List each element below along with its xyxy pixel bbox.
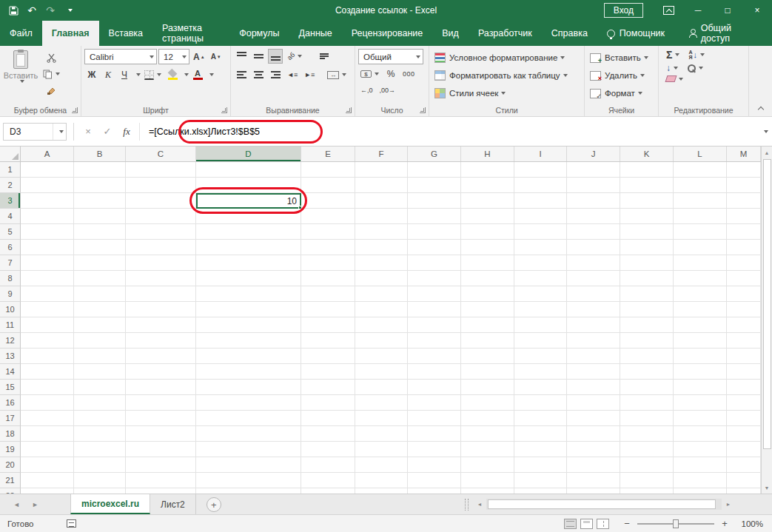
sheet-nav-left-icon[interactable]: ◄ [13,501,20,508]
cell-E3[interactable] [301,193,355,209]
cell-I6[interactable] [514,240,567,255]
cell-A10[interactable] [21,302,74,317]
cancel-formula-icon[interactable]: × [78,123,98,141]
cell-E8[interactable] [301,271,355,286]
cell-L8[interactable] [674,271,727,286]
cell-D8[interactable] [196,271,301,286]
formula-bar-expand-icon[interactable] [757,130,772,133]
row-header-17[interactable]: 17 [0,411,21,426]
cell-C20[interactable] [126,457,196,473]
row-header-18[interactable]: 18 [0,426,21,442]
cell-C22[interactable] [126,488,196,494]
row-header-11[interactable]: 11 [0,317,21,333]
cell-D19[interactable] [196,442,301,457]
insert-cells-button[interactable]: Вставить [588,49,655,67]
cell-M19[interactable] [727,442,761,457]
cell-I8[interactable] [514,271,567,286]
tab-Формулы[interactable]: Формулы [229,21,289,46]
tab-Вид[interactable]: Вид [432,21,469,46]
decrease-decimal-button[interactable] [377,83,398,98]
cell-D16[interactable] [196,395,301,411]
maximize-button[interactable]: □ [713,0,742,21]
cell-H21[interactable] [461,473,514,488]
cell-F15[interactable] [355,380,408,395]
row-header-2[interactable]: 2 [0,178,21,193]
format-as-table-button[interactable]: Форматировать как таблицу [432,67,581,84]
cell-I3[interactable] [514,193,567,209]
format-painter-button[interactable] [41,84,62,97]
fill-handle[interactable] [298,206,302,209]
cell-M1[interactable] [727,162,761,178]
cell-I16[interactable] [514,395,567,411]
cell-F20[interactable] [355,457,408,473]
cell-G1[interactable] [408,162,461,178]
name-box-dropdown-icon[interactable] [53,124,66,140]
cell-H2[interactable] [461,178,514,193]
cell-C9[interactable] [126,286,196,302]
cell-B10[interactable] [74,302,126,317]
cell-F21[interactable] [355,473,408,488]
cell-B20[interactable] [74,457,126,473]
row-header-1[interactable]: 1 [0,162,21,178]
align-middle-button[interactable] [251,49,266,64]
cell-J21[interactable] [567,473,620,488]
cell-B5[interactable] [74,224,126,240]
cell-L6[interactable] [674,240,727,255]
horizontal-scroll-thumb[interactable] [488,499,716,509]
row-header-6[interactable]: 6 [0,240,21,255]
cut-button[interactable] [41,51,62,64]
cell-F8[interactable] [355,271,408,286]
cell-D7[interactable] [196,255,301,271]
cell-J15[interactable] [567,380,620,395]
row-header-20[interactable]: 20 [0,457,21,473]
column-header-C[interactable]: C [126,147,196,161]
cell-I20[interactable] [514,457,567,473]
cell-L12[interactable] [674,333,727,349]
column-header-K[interactable]: K [620,147,674,161]
font-size-select[interactable]: 12 [158,49,189,64]
cell-E4[interactable] [301,209,355,224]
column-header-F[interactable]: F [355,147,408,161]
cell-L1[interactable] [674,162,727,178]
cell-L16[interactable] [674,395,727,411]
cell-E11[interactable] [301,317,355,333]
cell-L22[interactable] [674,488,727,494]
cell-C2[interactable] [126,178,196,193]
cell-K8[interactable] [620,271,674,286]
tab-Главная[interactable]: Главная [42,21,99,46]
cell-D6[interactable] [196,240,301,255]
cell-C8[interactable] [126,271,196,286]
cell-K18[interactable] [620,426,674,442]
cell-K9[interactable] [620,286,674,302]
cell-J11[interactable] [567,317,620,333]
cell-E14[interactable] [301,364,355,380]
normal-view-icon[interactable] [564,519,577,529]
delete-cells-button[interactable]: Удалить [588,67,655,84]
cell-E5[interactable] [301,224,355,240]
cell-B7[interactable] [74,255,126,271]
cell-B12[interactable] [74,333,126,349]
column-header-A[interactable]: A [21,147,74,161]
column-header-G[interactable]: G [408,147,461,161]
cell-E2[interactable] [301,178,355,193]
cell-B9[interactable] [74,286,126,302]
cell-J10[interactable] [567,302,620,317]
cell-H5[interactable] [461,224,514,240]
cell-G13[interactable] [408,349,461,364]
cell-K15[interactable] [620,380,674,395]
cell-D2[interactable] [196,178,301,193]
cell-F19[interactable] [355,442,408,457]
cell-E1[interactable] [301,162,355,178]
cell-E15[interactable] [301,380,355,395]
row-header-8[interactable]: 8 [0,271,21,286]
cell-C4[interactable] [126,209,196,224]
conditional-formatting-button[interactable]: Условное форматирование [432,49,581,67]
cell-A9[interactable] [21,286,74,302]
cell-B14[interactable] [74,364,126,380]
cell-C13[interactable] [126,349,196,364]
scroll-left-icon[interactable]: ◄ [474,499,485,510]
row-header-15[interactable]: 15 [0,380,21,395]
row-header-7[interactable]: 7 [0,255,21,271]
page-break-view-icon[interactable] [597,519,609,529]
cell-H7[interactable] [461,255,514,271]
